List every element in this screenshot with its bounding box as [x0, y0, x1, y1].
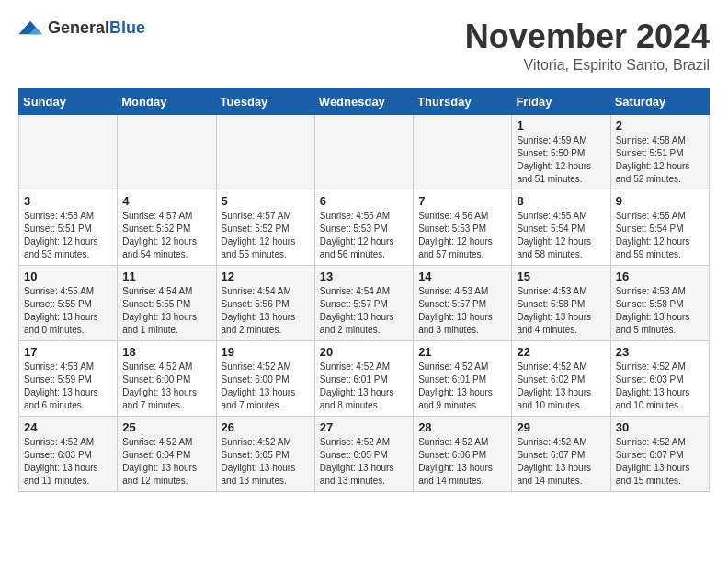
- logo-icon: [18, 19, 44, 38]
- calendar-cell: 15Sunrise: 4:53 AM Sunset: 5:58 PM Dayli…: [512, 265, 610, 340]
- day-number: 30: [616, 420, 704, 434]
- day-header-friday: Friday: [512, 88, 610, 114]
- day-info: Sunrise: 4:54 AM Sunset: 5:55 PM Dayligh…: [122, 286, 197, 335]
- calendar-cell: [414, 114, 512, 190]
- calendar-cell: 29Sunrise: 4:52 AM Sunset: 6:07 PM Dayli…: [512, 416, 610, 491]
- day-header-tuesday: Tuesday: [216, 88, 314, 114]
- calendar-cell: 17Sunrise: 4:53 AM Sunset: 5:59 PM Dayli…: [19, 340, 118, 416]
- calendar-cell: 2Sunrise: 4:58 AM Sunset: 5:51 PM Daylig…: [610, 114, 709, 190]
- logo: GeneralBlue: [18, 18, 145, 38]
- calendar-cell: 14Sunrise: 4:53 AM Sunset: 5:57 PM Dayli…: [414, 265, 512, 340]
- calendar-cell: 3Sunrise: 4:58 AM Sunset: 5:51 PM Daylig…: [19, 190, 118, 265]
- calendar-cell: 24Sunrise: 4:52 AM Sunset: 6:03 PM Dayli…: [19, 416, 118, 491]
- day-number: 26: [222, 420, 310, 434]
- calendar-cell: 13Sunrise: 4:54 AM Sunset: 5:57 PM Dayli…: [314, 265, 413, 340]
- day-number: 18: [122, 345, 210, 359]
- day-info: Sunrise: 4:52 AM Sunset: 6:07 PM Dayligh…: [616, 437, 690, 486]
- day-info: Sunrise: 4:57 AM Sunset: 5:52 PM Dayligh…: [222, 211, 296, 259]
- day-number: 29: [517, 420, 605, 434]
- calendar-cell: 20Sunrise: 4:52 AM Sunset: 6:01 PM Dayli…: [314, 340, 413, 416]
- calendar-cell: 8Sunrise: 4:55 AM Sunset: 5:54 PM Daylig…: [512, 190, 610, 265]
- day-number: 25: [122, 420, 210, 434]
- calendar-cell: [216, 114, 314, 190]
- calendar-cell: 1Sunrise: 4:59 AM Sunset: 5:50 PM Daylig…: [512, 114, 610, 190]
- week-row-2: 3Sunrise: 4:58 AM Sunset: 5:51 PM Daylig…: [19, 190, 710, 265]
- day-number: 24: [24, 420, 112, 434]
- day-number: 14: [418, 270, 506, 283]
- day-number: 8: [517, 194, 605, 208]
- day-info: Sunrise: 4:52 AM Sunset: 6:07 PM Dayligh…: [517, 437, 591, 486]
- day-number: 7: [418, 194, 506, 208]
- day-number: 9: [616, 194, 704, 208]
- day-info: Sunrise: 4:52 AM Sunset: 6:06 PM Dayligh…: [418, 437, 493, 486]
- calendar-header-row: SundayMondayTuesdayWednesdayThursdayFrid…: [19, 88, 710, 114]
- day-info: Sunrise: 4:58 AM Sunset: 5:51 PM Dayligh…: [616, 135, 690, 184]
- location-title: Vitoria, Espirito Santo, Brazil: [465, 57, 710, 74]
- day-number: 15: [517, 270, 605, 283]
- calendar-cell: 6Sunrise: 4:56 AM Sunset: 5:53 PM Daylig…: [314, 190, 413, 265]
- day-header-wednesday: Wednesday: [314, 88, 413, 114]
- day-info: Sunrise: 4:52 AM Sunset: 6:01 PM Dayligh…: [320, 362, 394, 410]
- calendar-cell: 11Sunrise: 4:54 AM Sunset: 5:55 PM Dayli…: [118, 265, 216, 340]
- day-number: 21: [418, 345, 506, 359]
- day-number: 13: [320, 270, 408, 283]
- day-info: Sunrise: 4:52 AM Sunset: 6:04 PM Dayligh…: [122, 437, 197, 486]
- calendar-cell: 25Sunrise: 4:52 AM Sunset: 6:04 PM Dayli…: [118, 416, 216, 491]
- logo-blue-text: Blue: [109, 18, 145, 37]
- day-info: Sunrise: 4:52 AM Sunset: 6:01 PM Dayligh…: [418, 362, 493, 410]
- day-info: Sunrise: 4:56 AM Sunset: 5:53 PM Dayligh…: [320, 211, 394, 259]
- day-info: Sunrise: 4:55 AM Sunset: 5:55 PM Dayligh…: [24, 286, 98, 335]
- day-info: Sunrise: 4:57 AM Sunset: 5:52 PM Dayligh…: [122, 211, 197, 259]
- day-info: Sunrise: 4:53 AM Sunset: 5:58 PM Dayligh…: [616, 286, 690, 335]
- day-info: Sunrise: 4:54 AM Sunset: 5:56 PM Dayligh…: [222, 286, 296, 335]
- calendar-cell: [314, 114, 413, 190]
- day-number: 5: [222, 194, 310, 208]
- day-number: 4: [122, 194, 210, 208]
- day-info: Sunrise: 4:52 AM Sunset: 6:05 PM Dayligh…: [320, 437, 394, 486]
- day-info: Sunrise: 4:52 AM Sunset: 6:03 PM Dayligh…: [616, 362, 690, 410]
- week-row-5: 24Sunrise: 4:52 AM Sunset: 6:03 PM Dayli…: [19, 416, 710, 491]
- calendar-cell: 21Sunrise: 4:52 AM Sunset: 6:01 PM Dayli…: [414, 340, 512, 416]
- calendar-cell: 12Sunrise: 4:54 AM Sunset: 5:56 PM Dayli…: [216, 265, 314, 340]
- day-number: 6: [320, 194, 408, 208]
- calendar-cell: 10Sunrise: 4:55 AM Sunset: 5:55 PM Dayli…: [19, 265, 118, 340]
- week-row-1: 1Sunrise: 4:59 AM Sunset: 5:50 PM Daylig…: [19, 114, 710, 190]
- day-info: Sunrise: 4:55 AM Sunset: 5:54 PM Dayligh…: [616, 211, 690, 259]
- calendar-cell: 30Sunrise: 4:52 AM Sunset: 6:07 PM Dayli…: [610, 416, 709, 491]
- calendar-cell: 18Sunrise: 4:52 AM Sunset: 6:00 PM Dayli…: [118, 340, 216, 416]
- calendar-cell: 19Sunrise: 4:52 AM Sunset: 6:00 PM Dayli…: [216, 340, 314, 416]
- week-row-4: 17Sunrise: 4:53 AM Sunset: 5:59 PM Dayli…: [19, 340, 710, 416]
- day-info: Sunrise: 4:52 AM Sunset: 6:02 PM Dayligh…: [517, 362, 591, 410]
- calendar-cell: 16Sunrise: 4:53 AM Sunset: 5:58 PM Dayli…: [610, 265, 709, 340]
- calendar-cell: 4Sunrise: 4:57 AM Sunset: 5:52 PM Daylig…: [118, 190, 216, 265]
- calendar-cell: 5Sunrise: 4:57 AM Sunset: 5:52 PM Daylig…: [216, 190, 314, 265]
- day-number: 17: [24, 345, 112, 359]
- day-info: Sunrise: 4:52 AM Sunset: 6:00 PM Dayligh…: [222, 362, 296, 410]
- calendar-cell: 28Sunrise: 4:52 AM Sunset: 6:06 PM Dayli…: [414, 416, 512, 491]
- day-number: 16: [616, 270, 704, 283]
- day-info: Sunrise: 4:52 AM Sunset: 6:00 PM Dayligh…: [122, 362, 197, 410]
- calendar-cell: 23Sunrise: 4:52 AM Sunset: 6:03 PM Dayli…: [610, 340, 709, 416]
- day-info: Sunrise: 4:52 AM Sunset: 6:03 PM Dayligh…: [24, 437, 98, 486]
- day-info: Sunrise: 4:53 AM Sunset: 5:57 PM Dayligh…: [418, 286, 493, 335]
- calendar-cell: 26Sunrise: 4:52 AM Sunset: 6:05 PM Dayli…: [216, 416, 314, 491]
- day-info: Sunrise: 4:56 AM Sunset: 5:53 PM Dayligh…: [418, 211, 493, 259]
- calendar-cell: 9Sunrise: 4:55 AM Sunset: 5:54 PM Daylig…: [610, 190, 709, 265]
- day-number: 12: [222, 270, 310, 283]
- day-number: 1: [517, 119, 605, 132]
- day-info: Sunrise: 4:53 AM Sunset: 5:59 PM Dayligh…: [24, 362, 98, 410]
- calendar-cell: 7Sunrise: 4:56 AM Sunset: 5:53 PM Daylig…: [414, 190, 512, 265]
- day-info: Sunrise: 4:58 AM Sunset: 5:51 PM Dayligh…: [24, 211, 98, 259]
- day-info: Sunrise: 4:54 AM Sunset: 5:57 PM Dayligh…: [320, 286, 394, 335]
- day-info: Sunrise: 4:59 AM Sunset: 5:50 PM Dayligh…: [517, 135, 591, 184]
- day-number: 11: [122, 270, 210, 283]
- day-info: Sunrise: 4:55 AM Sunset: 5:54 PM Dayligh…: [517, 211, 591, 259]
- day-header-thursday: Thursday: [414, 88, 512, 114]
- month-title: November 2024: [465, 18, 710, 55]
- calendar-cell: 27Sunrise: 4:52 AM Sunset: 6:05 PM Dayli…: [314, 416, 413, 491]
- logo-general-text: General: [48, 18, 109, 37]
- page-header: GeneralBlue November 2024 Vitoria, Espir…: [18, 18, 710, 74]
- day-header-sunday: Sunday: [19, 88, 118, 114]
- day-number: 19: [222, 345, 310, 359]
- day-number: 28: [418, 420, 506, 434]
